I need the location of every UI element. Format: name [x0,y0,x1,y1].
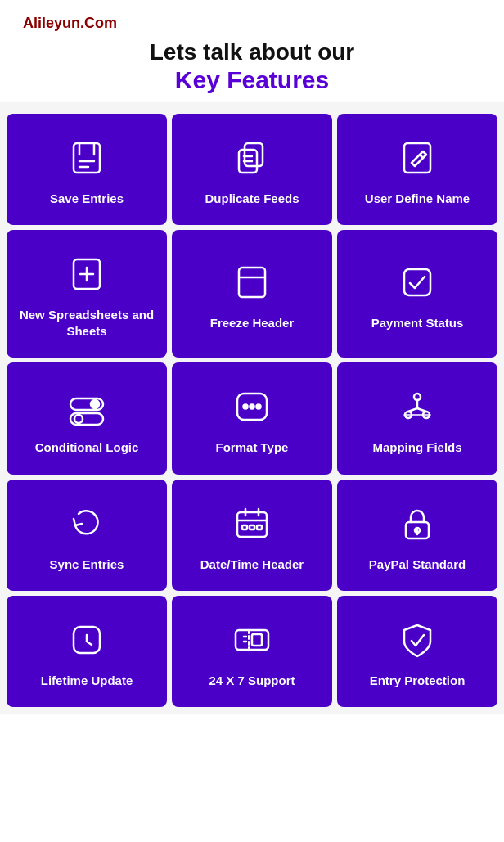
card-label-new-spreadsheets: New Spreadsheets and Sheets [15,307,159,340]
card-label-datetime-header: Date/Time Header [200,556,304,573]
card-label-duplicate-feeds: Duplicate Feeds [205,191,299,207]
svg-point-24 [257,405,261,409]
card-mapping-fields[interactable]: Mapping Fields [337,362,497,474]
card-freeze-header[interactable]: Freeze Header [172,230,332,358]
svg-point-23 [250,405,254,409]
freeze-icon [229,259,275,305]
card-payment-status[interactable]: Payment Status [337,230,497,358]
card-label-lifetime-update: Lifetime Update [41,673,133,689]
dots-icon [229,384,275,430]
svg-rect-14 [239,268,265,297]
card-label-format-type: Format Type [216,439,289,456]
svg-rect-37 [250,525,254,529]
svg-line-10 [420,155,423,158]
svg-rect-36 [242,525,247,529]
card-label-sync-entries: Sync Entries [50,556,124,573]
edit-icon [394,135,440,181]
new-sheet-icon [64,251,110,297]
sync-icon [64,501,110,547]
card-user-define-name[interactable]: User Define Name [337,114,497,225]
svg-rect-0 [74,143,100,173]
svg-point-18 [91,400,99,408]
card-datetime-header[interactable]: Date/Time Header [172,480,332,591]
svg-rect-38 [257,525,262,529]
card-conditional-logic[interactable]: Conditional Logic [7,362,167,474]
clock-icon [64,617,110,663]
svg-point-22 [244,405,248,409]
card-label-save-entries: Save Entries [50,191,124,207]
card-label-payment-status: Payment Status [371,315,464,331]
card-label-support-247: 24 X 7 Support [209,673,295,689]
check-icon [394,259,440,305]
toggle-icon [64,384,110,430]
card-entry-protection[interactable]: Entry Protection [337,596,497,707]
card-format-type[interactable]: Format Type [172,362,332,474]
card-paypal-standard[interactable]: PayPal Standard [337,480,497,591]
brand-label: Alileyun.Com [8,15,496,32]
save-icon [64,135,110,181]
card-support-247[interactable]: 24 X 7 Support [172,596,332,707]
card-save-entries[interactable]: Save Entries [7,114,167,225]
card-label-freeze-header: Freeze Header [210,315,295,331]
card-label-entry-protection: Entry Protection [370,673,466,689]
svg-rect-5 [245,143,263,166]
card-label-mapping-fields: Mapping Fields [372,439,461,456]
card-duplicate-feeds[interactable]: Duplicate Feeds [172,114,332,225]
headline: Lets talk about our [8,38,496,66]
card-lifetime-update[interactable]: Lifetime Update [7,596,167,707]
ticket-icon [229,617,275,663]
svg-rect-16 [404,269,430,295]
mapping-icon [394,384,440,430]
svg-point-20 [74,415,83,423]
shield-icon [394,617,440,663]
svg-rect-47 [252,634,262,646]
svg-line-29 [408,408,417,412]
duplicate-icon [229,135,275,181]
card-sync-entries[interactable]: Sync Entries [7,480,167,591]
lock-icon [394,501,440,547]
card-new-spreadsheets[interactable]: New Spreadsheets and Sheets [7,230,167,358]
features-grid: Save Entries Duplicate Feeds User Define… [0,102,504,714]
card-label-user-define-name: User Define Name [365,191,470,207]
svg-line-30 [417,408,426,412]
headline-accent: Key Features [8,66,496,94]
card-label-conditional-logic: Conditional Logic [35,439,139,456]
calendar-icon [229,501,275,547]
card-label-paypal-standard: PayPal Standard [369,556,466,573]
